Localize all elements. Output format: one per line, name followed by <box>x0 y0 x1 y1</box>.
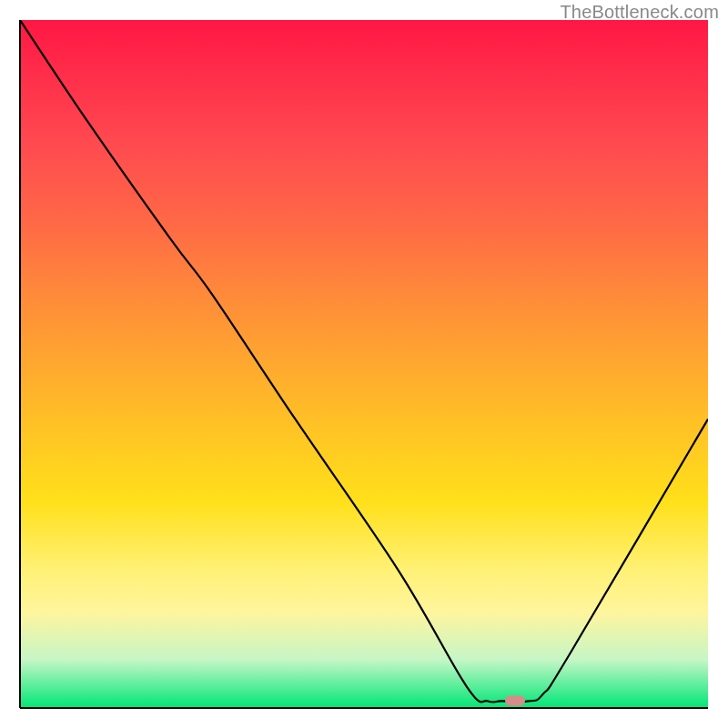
optimal-marker <box>505 696 525 706</box>
plot-gradient-background <box>20 20 708 708</box>
chart-container: TheBottleneck.com <box>0 0 728 728</box>
watermark-text: TheBottleneck.com <box>560 2 719 23</box>
